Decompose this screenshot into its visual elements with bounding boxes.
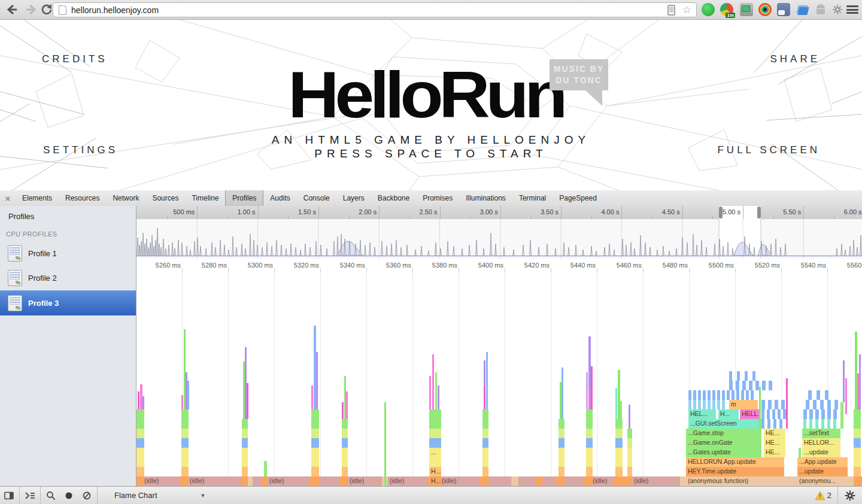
flame-bar[interactable] bbox=[615, 448, 623, 467]
flame-bar[interactable] bbox=[827, 400, 831, 409]
flame-bar[interactable]: m bbox=[729, 400, 758, 409]
flame-bar[interactable]: ...update bbox=[802, 448, 840, 457]
flame-bar[interactable] bbox=[511, 476, 518, 486]
flame-bar[interactable] bbox=[586, 476, 593, 486]
flame-bar[interactable] bbox=[708, 390, 711, 400]
flame-bar[interactable] bbox=[854, 438, 861, 448]
flame-bar[interactable] bbox=[821, 419, 824, 429]
flame-bar[interactable] bbox=[591, 366, 593, 409]
flame-bar[interactable] bbox=[342, 476, 348, 486]
flame-bar[interactable] bbox=[727, 390, 730, 400]
flame-bar[interactable] bbox=[781, 400, 785, 409]
flame-bar[interactable] bbox=[854, 467, 861, 476]
flame-bar[interactable]: HEL... bbox=[688, 409, 716, 419]
flame-bar[interactable] bbox=[384, 402, 386, 479]
flame-bar[interactable]: ... bbox=[429, 448, 441, 467]
flame-bar[interactable] bbox=[342, 438, 348, 448]
dock-side-button[interactable] bbox=[0, 487, 18, 504]
back-button[interactable] bbox=[5, 2, 19, 17]
flame-bar[interactable] bbox=[749, 381, 752, 390]
flame-bar[interactable] bbox=[586, 429, 593, 438]
flame-bar[interactable]: H... bbox=[718, 409, 739, 419]
tab-pagespeed[interactable]: PageSpeed bbox=[553, 190, 603, 206]
flame-bar[interactable] bbox=[187, 381, 189, 409]
flame-bar[interactable] bbox=[820, 400, 824, 409]
flame-bar[interactable] bbox=[825, 390, 828, 400]
flame-bar[interactable] bbox=[311, 476, 319, 486]
flame-bar[interactable] bbox=[559, 476, 564, 486]
flame-bar[interactable] bbox=[833, 419, 836, 429]
flame-bar[interactable] bbox=[248, 476, 253, 486]
mobile-icon[interactable] bbox=[667, 5, 675, 16]
flame-bar[interactable] bbox=[559, 429, 564, 438]
flame-bar-idle[interactable]: (idle) bbox=[632, 476, 680, 486]
flame-bar[interactable]: H... bbox=[429, 467, 441, 476]
flame-bar[interactable] bbox=[729, 381, 733, 390]
flame-bar[interactable] bbox=[717, 390, 720, 400]
overview-ruler[interactable]: 500 ms1.00 s1.50 s2.00 s2.50 s3.00 s3.50… bbox=[136, 206, 862, 220]
flame-bar[interactable] bbox=[311, 438, 319, 448]
flame-bar[interactable] bbox=[775, 400, 778, 409]
tab-layers[interactable]: Layers bbox=[336, 190, 371, 206]
flame-bar[interactable]: (anonymou... bbox=[797, 476, 848, 486]
flame-bar[interactable] bbox=[712, 400, 715, 409]
flame-bar[interactable] bbox=[181, 395, 183, 409]
flame-bar[interactable] bbox=[559, 448, 564, 467]
flame-bar[interactable] bbox=[316, 352, 318, 409]
flame-bar[interactable] bbox=[627, 429, 632, 438]
flame-bar[interactable] bbox=[759, 387, 761, 429]
flame-bar[interactable] bbox=[693, 390, 696, 400]
tab-elements[interactable]: Elements bbox=[16, 190, 59, 206]
tab-network[interactable]: Network bbox=[106, 190, 145, 206]
flame-bar[interactable] bbox=[482, 448, 488, 467]
flame-bar[interactable] bbox=[384, 479, 387, 486]
flame-bar[interactable] bbox=[136, 409, 144, 429]
flame-bar[interactable] bbox=[809, 419, 812, 429]
flame-bar[interactable] bbox=[586, 467, 593, 476]
flame-chart[interactable]: (idle)(idle)(idle)(idle)(idle)(idle)(idl… bbox=[136, 273, 862, 486]
flame-bar[interactable] bbox=[768, 400, 772, 409]
flame-bar[interactable]: HE... bbox=[764, 448, 785, 457]
clear-button[interactable] bbox=[78, 487, 96, 504]
search-button[interactable] bbox=[42, 487, 60, 504]
flame-bar[interactable] bbox=[761, 409, 764, 419]
green-bot-extension-icon[interactable] bbox=[702, 3, 715, 16]
flame-bar[interactable] bbox=[854, 429, 861, 438]
flame-bar[interactable] bbox=[615, 438, 623, 448]
flame-bar[interactable] bbox=[482, 467, 488, 476]
flame-bar[interactable] bbox=[136, 438, 144, 448]
flame-bar[interactable] bbox=[482, 429, 488, 438]
flame-bar[interactable] bbox=[586, 372, 588, 409]
flame-bar[interactable]: ...App.update bbox=[797, 457, 848, 467]
url-text[interactable]: hellorun.helloenjoy.com bbox=[71, 5, 159, 15]
flame-bar[interactable] bbox=[712, 390, 715, 400]
flame-bar[interactable] bbox=[136, 429, 144, 438]
flame-bar[interactable] bbox=[833, 409, 837, 419]
flame-bar[interactable]: HEY.Time.update bbox=[686, 467, 784, 476]
flame-bar[interactable] bbox=[432, 354, 434, 409]
flame-bar[interactable] bbox=[346, 391, 348, 419]
flame-bar[interactable]: ...setText bbox=[802, 429, 840, 438]
flame-bar[interactable] bbox=[746, 390, 749, 400]
flame-bar-idle[interactable]: (idle) bbox=[188, 476, 241, 486]
flame-bar-idle[interactable]: (idle) bbox=[142, 476, 180, 486]
flame-bar[interactable] bbox=[311, 467, 319, 476]
flame-bar[interactable] bbox=[773, 419, 776, 429]
flame-bar[interactable] bbox=[429, 438, 441, 448]
flame-bar[interactable] bbox=[745, 371, 748, 381]
flame-bar[interactable] bbox=[854, 409, 861, 429]
gear-extension-icon[interactable] bbox=[831, 3, 844, 16]
tab-profiles[interactable]: Profiles bbox=[225, 190, 263, 206]
flame-bar[interactable] bbox=[698, 400, 701, 409]
flame-bar[interactable] bbox=[620, 401, 622, 419]
flame-bar[interactable] bbox=[429, 429, 441, 438]
flame-bar[interactable]: ...GUI.setScreen bbox=[688, 419, 761, 429]
flame-bar[interactable] bbox=[627, 448, 632, 467]
flame-bar-idle[interactable] bbox=[253, 476, 262, 486]
flame-bar[interactable] bbox=[722, 390, 725, 400]
warning-counter[interactable]: ! 2 bbox=[815, 490, 831, 501]
flame-bar[interactable] bbox=[438, 385, 439, 409]
flame-bar[interactable] bbox=[762, 381, 766, 390]
flame-bar[interactable] bbox=[181, 429, 189, 438]
flame-bar[interactable] bbox=[779, 419, 782, 429]
